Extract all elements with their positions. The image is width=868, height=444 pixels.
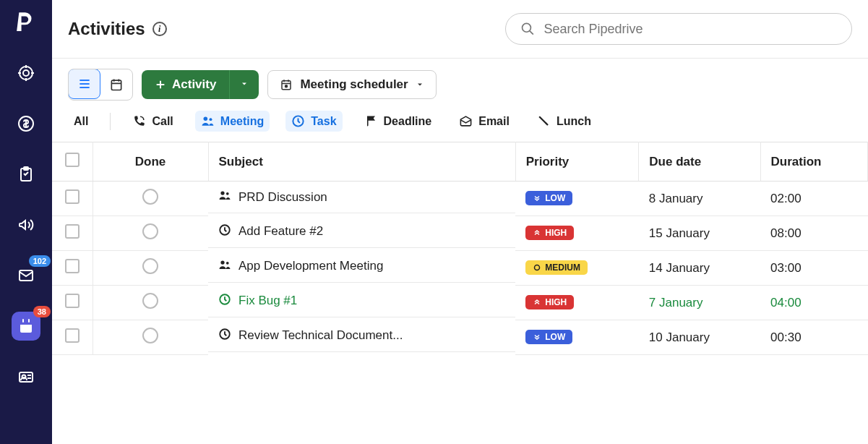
table-row[interactable]: Review Technical Document...LOW10 Januar… [52,320,868,355]
table-row[interactable]: PRD DiscussionLOW8 January02:00 [52,182,868,216]
svg-rect-21 [111,80,121,90]
search-input[interactable] [543,22,837,37]
filter-call[interactable]: Call [126,111,179,132]
col-duration[interactable]: Duration [760,142,867,182]
table-row[interactable]: App Development MeetingMEDIUM14 January0… [52,251,868,286]
add-activity-button[interactable]: Activity [142,70,229,99]
svg-point-39 [226,261,229,264]
filter-deadline[interactable]: Deadline [358,111,438,132]
priority-badge: HIGH [525,226,574,240]
duration-cell: 03:00 [760,251,867,286]
nav-leads[interactable] [12,59,40,87]
col-subject[interactable]: Subject [208,142,515,182]
due-date-cell: 14 January [639,251,760,286]
filter-lunch[interactable]: Lunch [531,111,597,132]
svg-rect-11 [20,321,32,325]
row-checkbox[interactable] [65,328,80,343]
clock-icon [218,293,231,309]
mail-badge: 102 [29,255,51,267]
svg-point-38 [220,260,224,264]
due-date-cell: 7 January [639,286,760,320]
svg-point-32 [203,117,207,121]
priority-badge: MEDIUM [525,260,588,275]
meeting-scheduler-button[interactable]: Meeting scheduler [267,70,436,99]
search-box[interactable] [505,13,852,45]
add-activity-dropdown[interactable] [229,70,259,99]
filter-divider [110,113,111,130]
view-toggle [68,69,133,101]
priority-cell: LOW [515,320,639,355]
clock-icon [218,223,231,240]
svg-point-31 [285,85,288,87]
activities-table: Done Subject Priority Due date Duration … [52,142,868,355]
table-row[interactable]: Add Feature #2HIGH15 January08:00 [52,216,868,251]
priority-cell: MEDIUM [515,251,639,286]
subject-text: Review Technical Document... [239,328,403,343]
subject-cell[interactable]: Add Feature #2 [208,216,515,248]
chevron-down-icon [416,80,424,89]
nav-activities[interactable]: 38 [12,312,40,341]
subject-cell[interactable]: PRD Discussion [208,182,515,213]
done-toggle[interactable] [142,223,158,239]
priority-badge: LOW [525,330,572,344]
header: Activities i [52,0,868,59]
priority-cell: HIGH [515,216,639,251]
filter-bar: All Call Meeting Task Deadline Email [52,111,868,142]
subject-cell[interactable]: App Development Meeting [208,251,515,283]
subject-cell[interactable]: Fix Bug #1 [208,286,515,317]
row-checkbox[interactable] [65,224,80,239]
clock-icon [218,328,231,344]
filter-meeting[interactable]: Meeting [195,111,270,132]
subject-text: Add Feature #2 [239,224,323,239]
done-toggle[interactable] [142,293,158,309]
logo [17,10,35,37]
scheduler-label: Meeting scheduler [300,77,408,92]
nav-projects[interactable] [12,160,40,189]
nav-contacts[interactable] [12,362,40,391]
due-date-cell: 15 January [639,216,760,251]
page-title: Activities i [68,19,167,39]
people-icon [218,258,231,275]
select-all-checkbox[interactable] [65,153,80,167]
filter-all[interactable]: All [68,111,94,132]
people-icon [218,189,231,205]
row-checkbox[interactable] [65,189,80,204]
activities-badge: 38 [33,306,51,317]
row-checkbox[interactable] [65,294,80,308]
row-checkbox[interactable] [65,259,80,273]
nav-mail[interactable]: 102 [12,261,40,290]
table-row[interactable]: Fix Bug #1HIGH7 January04:00 [52,286,868,320]
subject-text: Fix Bug #1 [239,294,297,308]
done-toggle[interactable] [142,258,158,274]
due-date-cell: 8 January [639,182,760,216]
col-checkbox [52,142,93,182]
col-priority[interactable]: Priority [515,142,639,182]
filter-task[interactable]: Task [285,111,342,132]
add-activity-button-group: Activity [142,70,259,99]
svg-line-17 [530,31,533,35]
subject-cell[interactable]: Review Technical Document... [208,320,515,352]
svg-rect-12 [22,319,24,323]
left-sidebar: 102 38 [0,0,52,444]
svg-point-36 [226,192,229,195]
done-toggle[interactable] [142,328,158,343]
filter-email[interactable]: Email [453,111,515,132]
col-due-date[interactable]: Due date [639,142,760,182]
priority-cell: LOW [515,182,639,216]
nav-deals[interactable] [12,109,40,138]
col-done[interactable]: Done [93,142,208,182]
duration-cell: 08:00 [760,216,867,251]
calendar-view-button[interactable] [100,69,132,100]
nav-campaigns[interactable] [12,210,40,239]
search-icon [520,21,535,37]
duration-cell: 04:00 [760,286,867,320]
svg-point-0 [20,67,33,80]
info-icon[interactable]: i [152,22,167,36]
list-view-button[interactable] [68,69,100,99]
duration-cell: 00:30 [760,320,867,355]
done-toggle[interactable] [142,189,158,205]
toolbar: Activity Meeting scheduler [52,59,868,111]
duration-cell: 02:00 [760,182,867,216]
svg-point-33 [209,118,212,121]
svg-point-1 [23,70,29,76]
